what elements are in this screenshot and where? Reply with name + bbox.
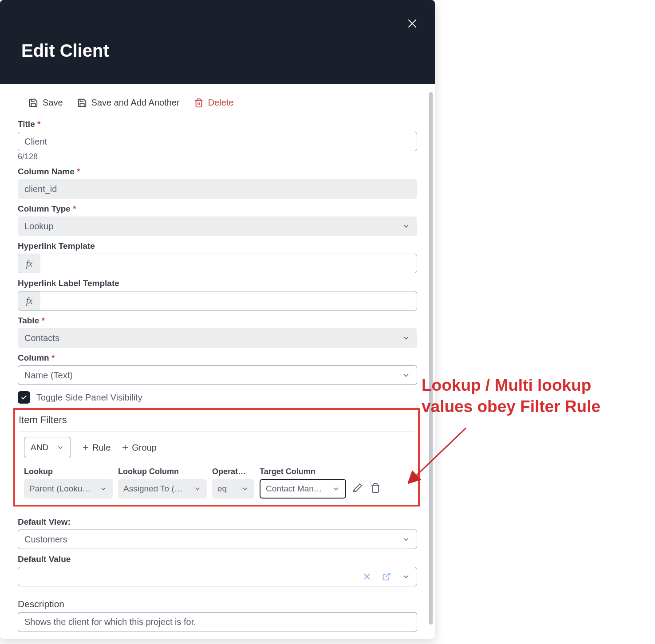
filter-conjunction-select[interactable]: AND xyxy=(24,437,71,458)
table-select[interactable]: Contacts xyxy=(18,328,417,348)
column-type-label: Column Type * xyxy=(18,204,417,214)
close-button[interactable] xyxy=(406,17,419,30)
chevron-down-icon xyxy=(193,485,201,493)
lookup-select[interactable]: Parent (Looku… xyxy=(24,479,113,499)
edit-client-panel: Edit Client Save Save and Add Another De… xyxy=(0,0,435,639)
annotation-callout: Lookup / Multi lookup values obey Filter… xyxy=(422,375,643,417)
column-type-select[interactable]: Lookup xyxy=(18,216,417,236)
operator-select[interactable]: eq xyxy=(212,479,254,499)
chevron-down-icon xyxy=(332,485,340,493)
delete-label: Delete xyxy=(208,98,234,108)
hyperlink-label-template-label: Hyperlink Label Template xyxy=(18,279,417,288)
chevron-down-icon xyxy=(402,535,410,544)
default-value-label: Default Value xyxy=(18,554,417,564)
add-group-button[interactable]: Group xyxy=(121,443,157,453)
hyperlink-template-input[interactable]: fx xyxy=(18,254,417,273)
hyperlink-template-label: Hyperlink Template xyxy=(18,241,417,251)
scrollbar[interactable] xyxy=(429,92,433,624)
external-link-icon[interactable] xyxy=(382,572,391,581)
chevron-down-icon xyxy=(56,444,64,452)
description-input[interactable]: Shows the client for which this project … xyxy=(18,612,417,632)
trash-icon xyxy=(370,483,381,493)
column-label: Column * xyxy=(18,353,417,363)
panel-header: Edit Client xyxy=(0,0,435,84)
edit-rule-button[interactable] xyxy=(351,482,364,494)
toggle-side-panel-label: Toggle Side Panel Visibility xyxy=(36,393,142,403)
panel-body: Save Save and Add Another Delete Title *… xyxy=(0,84,435,639)
column-name-input: client_id xyxy=(18,179,417,199)
toggle-side-panel-row: Toggle Side Panel Visibility xyxy=(18,391,417,404)
column-name-label: Column Name * xyxy=(18,167,417,177)
target-column-select[interactable]: Contact Man… xyxy=(260,479,346,499)
lookup-header: Lookup xyxy=(24,467,113,476)
filter-rule-row: Lookup Parent (Looku… Lookup Column Assi… xyxy=(19,467,414,499)
save-add-label: Save and Add Another xyxy=(91,98,180,108)
annotation-line1: Lookup / Multi lookup xyxy=(422,376,591,394)
fx-icon: fx xyxy=(18,254,40,273)
chevron-down-icon xyxy=(402,222,410,231)
title-input[interactable]: Client xyxy=(18,132,417,151)
title-counter: 6/128 xyxy=(18,152,417,161)
column-select[interactable]: Name (Text) xyxy=(18,365,417,385)
item-filters-highlight: Item Filters AND Rule Group Lookup xyxy=(13,408,420,507)
clear-icon[interactable] xyxy=(363,572,371,581)
chevron-down-icon xyxy=(402,572,410,581)
annotation-line2: values obey Filter Rule xyxy=(422,397,600,416)
delete-button[interactable]: Delete xyxy=(194,98,234,108)
title-label: Title * xyxy=(18,119,417,129)
lookup-column-select[interactable]: Assigned To (… xyxy=(118,479,207,499)
svg-line-8 xyxy=(386,573,390,577)
item-filters-heading: Item Filters xyxy=(19,414,414,426)
target-column-header: Target Column xyxy=(260,467,346,476)
table-label: Table * xyxy=(18,316,417,326)
save-button[interactable]: Save xyxy=(28,98,63,108)
toolbar: Save Save and Add Another Delete xyxy=(18,98,417,108)
add-rule-button[interactable]: Rule xyxy=(82,443,110,453)
delete-rule-button[interactable] xyxy=(369,482,382,494)
save-icon xyxy=(77,98,87,108)
chevron-down-icon xyxy=(402,334,410,342)
chevron-down-icon xyxy=(241,485,249,493)
chevron-down-icon xyxy=(402,371,410,380)
plus-icon xyxy=(121,444,129,452)
hyperlink-label-template-input[interactable]: fx xyxy=(18,291,417,310)
check-icon xyxy=(20,394,28,401)
toggle-side-panel-checkbox[interactable] xyxy=(18,391,30,404)
lookup-column-header: Lookup Column xyxy=(118,467,207,476)
save-label: Save xyxy=(43,98,63,108)
default-view-select[interactable]: Customers xyxy=(18,530,417,549)
pencil-icon xyxy=(352,483,363,493)
fx-icon: fx xyxy=(18,291,40,310)
annotation-arrow-icon xyxy=(408,419,470,490)
close-icon xyxy=(406,18,418,29)
plus-icon xyxy=(82,444,90,452)
default-view-label: Default View: xyxy=(18,517,417,527)
panel-title: Edit Client xyxy=(21,41,419,61)
chevron-down-icon xyxy=(99,485,107,493)
operator-header: Operat… xyxy=(212,467,254,476)
save-icon xyxy=(28,98,38,108)
save-add-another-button[interactable]: Save and Add Another xyxy=(77,98,180,108)
description-label: Description xyxy=(18,599,417,609)
default-value-input[interactable] xyxy=(18,567,417,586)
svg-line-9 xyxy=(415,428,466,477)
trash-icon xyxy=(194,98,204,108)
